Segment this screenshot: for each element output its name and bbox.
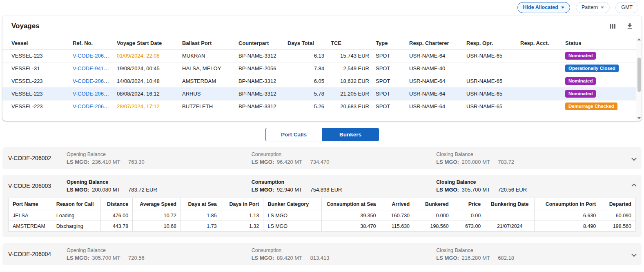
fuel-label: LS MGO:	[67, 159, 89, 165]
days-total-cell: 5.26	[284, 100, 328, 113]
fuel-value: 720.56	[128, 255, 145, 261]
type-cell: SPOT	[372, 49, 406, 62]
opening-balance-group: Opening Balance LS MGO: 236.410 MT 763.3…	[67, 152, 252, 165]
scroll-thumb[interactable]	[637, 58, 641, 92]
fuel-label: LS MGO:	[436, 187, 459, 193]
distance-cell: 443.78	[100, 221, 133, 232]
chevron-down-icon	[561, 7, 564, 9]
ref-no-link[interactable]: V-CODE-941658	[73, 65, 113, 71]
group-title: Opening Balance	[67, 179, 252, 185]
status-badge: Nominated	[565, 90, 596, 98]
columns-icon[interactable]	[609, 22, 616, 30]
voyage-row[interactable]: VESSEL-223 V-CODE-206005 28/07/2024, 17:…	[2, 100, 636, 113]
start-date-cell: 01/09/2024, 22:08	[114, 49, 179, 62]
fuel-quantity: 89.420 MT	[277, 255, 302, 261]
bunker-section-206003: V-CODE-206003 Opening Balance LS MGO: 20…	[2, 175, 642, 237]
status-badge: Operationally Closed	[565, 65, 619, 73]
accordion-header[interactable]: V-CODE-206003 Opening Balance LS MGO: 20…	[2, 175, 642, 197]
bunkering-date-cell	[485, 210, 535, 221]
tab-port-calls[interactable]: Port Calls	[265, 128, 322, 141]
group-title: Opening Balance	[67, 247, 252, 253]
ref-no-link[interactable]: V-CODE-206011	[73, 53, 112, 59]
accordion-header[interactable]: V-CODE-206002 Opening Balance LS MGO: 23…	[2, 147, 642, 169]
accordion-header[interactable]: V-CODE-206004 Opening Balance LS MGO: 30…	[2, 243, 642, 265]
col-header-port-name: Port Name	[9, 198, 52, 210]
bunkering-date-cell: 21/07/2024	[485, 221, 535, 232]
start-date-cell: 19/08/2024, 00:45	[114, 62, 179, 75]
departed-cell: 198.560	[600, 221, 636, 232]
counterpart-cell: BP-NAME-3312	[235, 100, 284, 113]
resp-acct-cell	[517, 87, 562, 100]
voyage-code-label: V-CODE-206004	[8, 251, 67, 257]
fuel-quantity: 92.940 MT	[277, 187, 302, 193]
voyage-row[interactable]: VESSEL-31 V-CODE-941658 19/08/2024, 00:4…	[2, 62, 636, 75]
fuel-label: LS MGO:	[436, 159, 459, 165]
vertical-scrollbar[interactable]	[636, 37, 642, 121]
group-title: Consumption	[252, 247, 437, 253]
fuel-quantity: 305.700 MT	[92, 255, 120, 261]
download-icon[interactable]	[626, 22, 633, 30]
consumption-group: Consumption LS MGO: 96.420 MT 734.470	[252, 152, 437, 165]
group-title: Closing Balance	[436, 152, 621, 157]
consumption-at-sea-cell: 38.470	[322, 221, 380, 232]
bunker-sections: V-CODE-206002 Opening Balance LS MGO: 23…	[2, 147, 642, 265]
resp-opr-cell: USR-NAME-65	[463, 75, 517, 87]
chevron-up-icon[interactable]	[631, 183, 637, 189]
days-total-cell: 6.05	[284, 75, 328, 87]
hide-allocated-label: Hide Allocated	[523, 4, 558, 10]
group-title: Consumption	[252, 179, 437, 185]
view-tabs: Port Calls Bunkers	[0, 128, 644, 141]
ballast-port-cell: ARHUS	[179, 87, 235, 100]
fuel-value: 783.72 EUR	[128, 187, 157, 193]
pattern-button[interactable]: Pattern	[576, 2, 610, 13]
port-call-row: JELSA Loading 476.00 10.72 1.85 1.13 LS …	[9, 210, 636, 221]
chevron-down-icon[interactable]	[631, 156, 637, 161]
page-title: Voyages	[11, 22, 40, 30]
resp-acct-cell	[517, 100, 562, 113]
col-header-status: Status	[562, 37, 636, 49]
voyages-panel-header: Voyages	[2, 16, 642, 37]
chevron-down-icon[interactable]	[631, 252, 637, 257]
fuel-value: 813.413	[310, 255, 329, 261]
fuel-value: 734.470	[310, 159, 329, 165]
vessel-cell: VESSEL-31	[2, 62, 69, 75]
col-header-departed: Departed	[600, 198, 636, 210]
voyages-header-row: Vessel Ref. No. Voyage Start Date Ballas…	[2, 37, 636, 49]
col-header-resp-charterer: Resp. Charterer	[406, 37, 463, 49]
voyage-row-selected[interactable]: VESSEL-223 V-CODE-206007 08/08/2024, 16:…	[2, 87, 636, 100]
ref-no-link[interactable]: V-CODE-206008	[73, 78, 113, 84]
vessel-cell: VESSEL-223	[2, 87, 69, 100]
avg-speed-cell: 10.68	[133, 221, 181, 232]
consumption-in-port-cell: 8.490	[535, 221, 600, 232]
fuel-quantity: 200.080 MT	[462, 159, 490, 165]
voyage-row[interactable]: VESSEL-223 V-CODE-206011 01/09/2024, 22:…	[2, 49, 636, 62]
resp-charterer-cell: USR-NAME-64	[406, 75, 463, 87]
consumption-group: Consumption LS MGO: 89.420 MT 813.413	[252, 247, 437, 261]
arrived-cell: 115.630	[380, 221, 414, 232]
group-title: Consumption	[252, 152, 437, 157]
col-header-consumption-at-sea: Consumption at Sea	[322, 198, 380, 210]
gmt-button[interactable]: GMT	[615, 2, 638, 13]
counterpart-cell: BP-NAME-2056	[235, 62, 284, 75]
ref-no-link[interactable]: V-CODE-206005	[73, 103, 113, 109]
price-cell: 673.00	[453, 221, 485, 232]
closing-balance-group: Closing Balance LS MGO: 305.700 MT 720.5…	[436, 179, 621, 193]
bunker-category-cell: LS MGO	[263, 210, 322, 221]
resp-acct-cell	[517, 75, 562, 87]
port-name-cell: JELSA	[9, 210, 52, 221]
group-title: Closing Balance	[436, 179, 621, 185]
scroll-up-arrow[interactable]	[637, 38, 641, 40]
hide-allocated-button[interactable]: Hide Allocated	[517, 2, 570, 13]
scroll-down-arrow[interactable]	[637, 117, 641, 119]
tab-bunkers[interactable]: Bunkers	[322, 128, 379, 141]
voyages-panel: Voyages Vessel Ref. No.	[2, 16, 642, 121]
tce-cell: 2,549 EUR	[328, 62, 372, 75]
gmt-label: GMT	[621, 4, 633, 10]
ref-no-link[interactable]: V-CODE-206007	[73, 91, 113, 97]
voyage-code-label: V-CODE-206002	[8, 155, 67, 161]
fuel-value: 754.898 EUR	[310, 187, 342, 193]
col-header-bunker-category: Bunker Category	[263, 198, 322, 210]
bunkered-cell: 198.560	[414, 221, 453, 232]
voyage-row[interactable]: VESSEL-223 V-CODE-206008 14/08/2024, 10:…	[2, 75, 636, 87]
fuel-quantity: 200.080 MT	[92, 187, 120, 193]
